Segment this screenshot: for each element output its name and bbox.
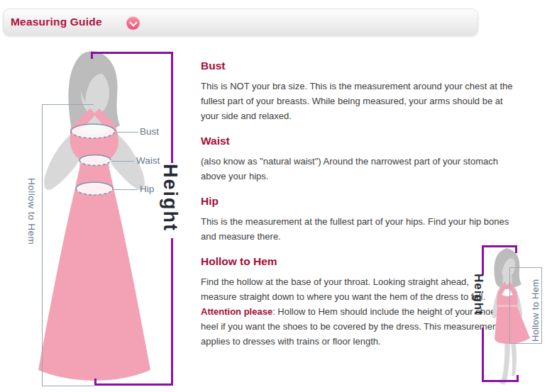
- waist-connector-line: [111, 161, 134, 162]
- page-title: Measuring Guide: [11, 9, 102, 35]
- small-height-bracket-bottom: [482, 380, 519, 382]
- small-height-bracket-top: [482, 245, 517, 247]
- measure-definitions: Bust This is NOT your bra size. This is …: [201, 60, 514, 349]
- height-bracket-vertical-upper: [171, 52, 173, 163]
- hollow-to-hem-label-main: Hollow to Hem: [26, 178, 37, 277]
- section-bust: Bust This is NOT your bra size. This is …: [201, 60, 514, 123]
- attention-label: Attention please: [201, 306, 272, 317]
- bust-figure-label: Bust: [140, 126, 159, 137]
- hollow-bracket-bottom: [42, 386, 94, 386]
- hollow-bracket-vertical: [42, 104, 43, 386]
- section-waist: Waist (also know as "natural waist") Aro…: [201, 135, 514, 184]
- height-label-main: Height: [159, 164, 181, 237]
- section-hollow-to-hem: Hollow to Hem Find the hollow at the bas…: [201, 255, 514, 349]
- hollow-section-body: Find the hollow at the base of your thro…: [201, 274, 502, 349]
- hollow-to-hem-label-small: Hollow to Hem: [530, 269, 541, 342]
- small-height-bracket-vertical-upper: [482, 245, 484, 275]
- small-height-bracket-bottom-tick: [517, 375, 519, 382]
- waist-section-title: Waist: [201, 135, 514, 147]
- height-bracket-vertical-lower: [171, 238, 173, 386]
- small-height-bracket-top-tick: [515, 245, 517, 253]
- waist-section-body: (also know as "natural waist") Around th…: [201, 154, 514, 184]
- chevron-down-icon[interactable]: [126, 16, 140, 30]
- height-bracket-bottom: [94, 383, 173, 386]
- hip-section-body: This is the measurement at the fullest p…: [201, 214, 514, 244]
- hollow-bracket-top: [42, 104, 94, 105]
- small-height-bracket-vertical-lower: [482, 327, 484, 382]
- height-bracket-top-tick: [91, 52, 93, 59]
- bust-section-body: This is NOT your bra size. This is the m…: [201, 79, 514, 123]
- hip-figure-label: Hip: [140, 184, 154, 194]
- section-hip: Hip This is the measurement at the fulle…: [201, 195, 514, 244]
- bust-connector-line: [115, 132, 138, 133]
- bust-section-title: Bust: [201, 60, 514, 72]
- hip-section-title: Hip: [201, 195, 514, 208]
- measuring-guide-header[interactable]: Measuring Guide: [3, 9, 478, 35]
- waist-figure-label: Waist: [136, 155, 160, 166]
- hollow-section-title: Hollow to Hem: [201, 255, 514, 268]
- height-label-small: Height: [471, 274, 485, 327]
- hip-connector-line: [114, 189, 138, 190]
- small-hollow-to-hem-box: Hollow to Hem: [509, 267, 542, 344]
- height-bracket-bottom-tick: [94, 379, 96, 386]
- height-bracket-top: [91, 52, 173, 54]
